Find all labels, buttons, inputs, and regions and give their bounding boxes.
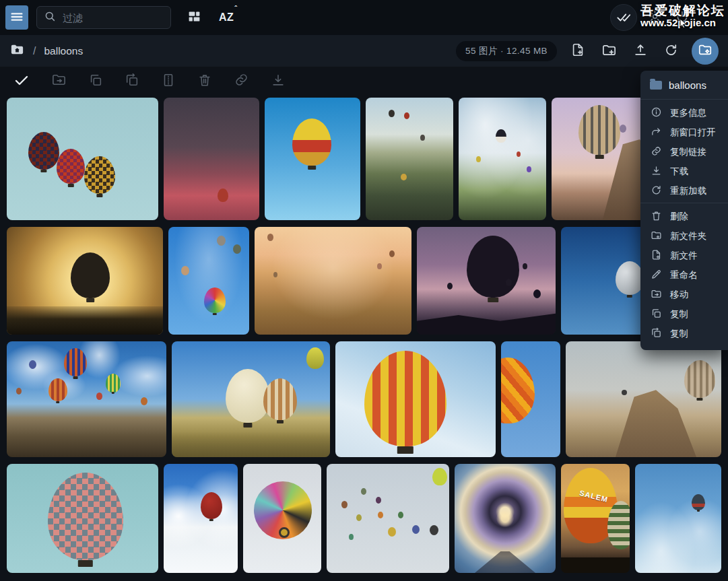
image-tile[interactable]: SALEM bbox=[561, 464, 630, 573]
move-button[interactable] bbox=[48, 69, 69, 92]
sort-button[interactable]: AZˆ bbox=[216, 9, 236, 26]
menu-item-label: 更多信息 bbox=[670, 107, 706, 119]
delete-button[interactable] bbox=[195, 70, 215, 92]
settings-button[interactable] bbox=[645, 7, 665, 28]
download-icon bbox=[651, 165, 662, 178]
rename-icon bbox=[651, 269, 662, 282]
context-menu-folder-name: balloons bbox=[669, 79, 706, 91]
mosaic-view-button[interactable] bbox=[185, 7, 204, 28]
delete-icon bbox=[651, 210, 662, 224]
menu-item-move[interactable]: 移动 bbox=[640, 285, 728, 304]
menu-item-download[interactable]: 下载 bbox=[640, 162, 728, 181]
image-tile[interactable] bbox=[164, 98, 259, 220]
duplicate-button[interactable] bbox=[122, 70, 142, 92]
menu-item-label: 复制 bbox=[670, 328, 688, 340]
menu-item-rename[interactable]: 重命名 bbox=[640, 265, 728, 285]
refresh-icon bbox=[664, 43, 678, 59]
image-tile[interactable] bbox=[265, 98, 360, 220]
image-tile[interactable] bbox=[7, 464, 158, 573]
sort-direction-caret: ˆ bbox=[234, 4, 237, 12]
image-tile[interactable] bbox=[366, 98, 453, 220]
menu-item-label: 下载 bbox=[670, 166, 688, 178]
menu-item-label: 删除 bbox=[670, 211, 688, 223]
refresh-button[interactable] bbox=[661, 40, 681, 62]
menu-item-label: 移动 bbox=[670, 289, 688, 301]
image-tile[interactable] bbox=[168, 227, 249, 335]
image-tile[interactable] bbox=[417, 227, 556, 335]
breadcrumb-separator: / bbox=[33, 45, 36, 57]
image-tile[interactable] bbox=[7, 341, 166, 457]
new-folder-icon bbox=[601, 42, 617, 60]
menu-item-copy-link[interactable]: 复制链接 bbox=[640, 142, 728, 162]
menu-item-new-file[interactable]: 新文件 bbox=[640, 246, 728, 265]
image-tile[interactable] bbox=[7, 227, 163, 335]
info-icon bbox=[651, 106, 662, 120]
menu-item-label: 复制 bbox=[670, 308, 688, 320]
archive-icon bbox=[161, 73, 176, 90]
new-file-icon bbox=[570, 42, 585, 59]
select-button[interactable] bbox=[11, 69, 32, 93]
image-tile[interactable] bbox=[459, 98, 546, 220]
folder-actions-button[interactable] bbox=[692, 38, 719, 65]
search-input[interactable] bbox=[61, 11, 164, 24]
image-tile[interactable] bbox=[335, 341, 496, 457]
menu-item-label: 新文件夹 bbox=[670, 230, 706, 242]
image-tile[interactable] bbox=[255, 227, 411, 335]
breadcrumb-folder-name[interactable]: balloons bbox=[44, 45, 83, 57]
copy-link-icon bbox=[651, 145, 662, 159]
download-icon bbox=[271, 73, 286, 90]
menu-item-delete[interactable]: 删除 bbox=[640, 207, 728, 226]
move-folder-icon bbox=[51, 72, 67, 90]
move-icon bbox=[651, 288, 662, 302]
menu-item-open-new-window[interactable]: 新窗口打开 bbox=[640, 123, 728, 142]
image-tile[interactable] bbox=[327, 464, 449, 573]
copy-button[interactable] bbox=[86, 70, 106, 92]
image-grid: SALEM bbox=[0, 95, 728, 573]
menu-item-duplicate[interactable]: 复制 bbox=[640, 324, 728, 343]
menu-item-label: 复制链接 bbox=[670, 146, 706, 158]
upload-icon bbox=[633, 42, 648, 59]
image-tile[interactable] bbox=[243, 464, 321, 573]
new-file-button[interactable] bbox=[568, 40, 588, 62]
menu-item-label: 重命名 bbox=[670, 269, 698, 281]
new-file-icon bbox=[651, 249, 662, 263]
folder-settings-icon bbox=[698, 42, 713, 59]
search-icon bbox=[44, 10, 56, 25]
folder-context-menu: balloons 更多信息 新窗口打开 复制链接 下载 重新加载 删除 新文件夹… bbox=[640, 71, 728, 350]
menu-item-more-info[interactable]: 更多信息 bbox=[640, 103, 728, 123]
image-tile[interactable] bbox=[164, 464, 238, 573]
path-bar: / balloons 55 图片 · 12.45 MB bbox=[0, 35, 728, 67]
duplicate-icon bbox=[125, 73, 139, 90]
open-new-window-icon bbox=[651, 126, 662, 139]
image-tile[interactable] bbox=[455, 464, 556, 573]
new-folder-icon bbox=[651, 230, 662, 243]
menu-divider bbox=[640, 99, 728, 100]
grid-row bbox=[7, 227, 721, 335]
image-tile[interactable] bbox=[7, 98, 158, 220]
grid-row bbox=[7, 98, 721, 220]
link-icon bbox=[234, 72, 249, 90]
menu-item-copy[interactable]: 复制 bbox=[640, 304, 728, 324]
hamburger-menu-button[interactable] bbox=[5, 5, 28, 30]
home-folder-icon[interactable] bbox=[9, 42, 25, 60]
archive-button[interactable] bbox=[158, 70, 178, 92]
upload-button[interactable] bbox=[630, 40, 651, 62]
download-button[interactable] bbox=[268, 70, 288, 92]
menu-item-label: 重新加载 bbox=[670, 185, 706, 197]
duplicate-icon bbox=[651, 327, 662, 341]
image-tile[interactable] bbox=[635, 464, 721, 573]
menu-item-new-folder[interactable]: 新文件夹 bbox=[640, 226, 728, 246]
check-icon bbox=[13, 72, 30, 90]
image-tile[interactable] bbox=[566, 341, 721, 457]
logout-button[interactable] bbox=[673, 7, 692, 28]
action-toolbar bbox=[0, 67, 728, 95]
filter-search-box[interactable] bbox=[36, 6, 171, 29]
share-link-button[interactable] bbox=[231, 69, 252, 92]
menu-item-reload[interactable]: 重新加载 bbox=[640, 181, 728, 201]
new-folder-button[interactable] bbox=[599, 40, 620, 63]
grid-row bbox=[7, 341, 721, 457]
image-tile[interactable] bbox=[172, 341, 330, 457]
select-multiple-button[interactable] bbox=[610, 4, 637, 31]
image-tile[interactable] bbox=[501, 341, 560, 457]
folder-stats-badge: 55 图片 · 12.45 MB bbox=[456, 41, 557, 61]
